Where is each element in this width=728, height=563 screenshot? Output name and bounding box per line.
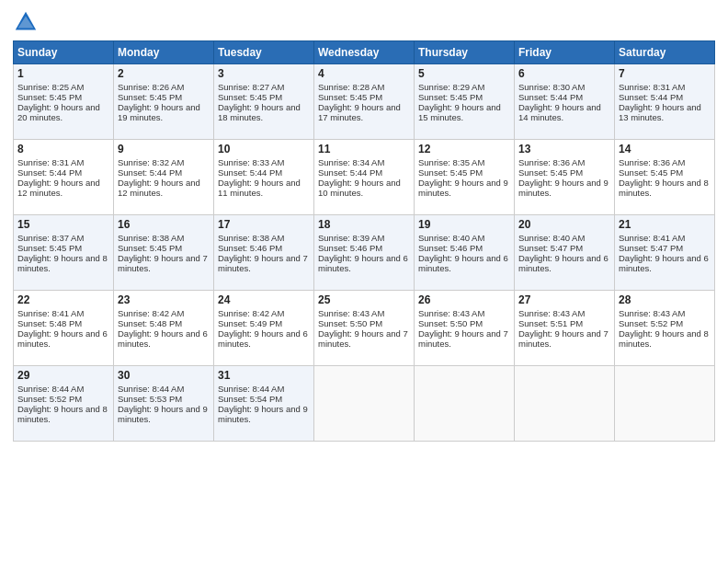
sunset: Sunset: 5:50 PM: [318, 318, 382, 328]
day-number: 27: [518, 293, 610, 306]
calendar-cell: 22 Sunrise: 8:41 AM Sunset: 5:48 PM Dayl…: [14, 291, 114, 366]
day-number: 8: [17, 143, 109, 155]
logo-icon: [13, 9, 39, 35]
calendar-cell: 2 Sunrise: 8:26 AM Sunset: 5:45 PM Dayli…: [114, 64, 214, 140]
calendar-cell: 14 Sunrise: 8:36 AM Sunset: 5:45 PM Dayl…: [615, 140, 715, 215]
daylight: Daylight: 9 hours and 6 minutes.: [518, 253, 609, 273]
calendar-cell: 15 Sunrise: 8:37 AM Sunset: 5:45 PM Dayl…: [14, 215, 114, 291]
daylight: Daylight: 9 hours and 7 minutes.: [318, 328, 408, 349]
sunrise: Sunrise: 8:43 AM: [619, 308, 685, 318]
header-cell-sunday: Sunday: [14, 41, 114, 64]
sunset: Sunset: 5:45 PM: [118, 92, 182, 102]
daylight: Daylight: 9 hours and 9 minutes.: [418, 178, 508, 198]
calendar-cell: 20 Sunrise: 8:40 AM Sunset: 5:47 PM Dayl…: [515, 215, 615, 291]
daylight: Daylight: 9 hours and 7 minutes.: [518, 328, 609, 349]
calendar-cell: [415, 366, 515, 442]
calendar-cell: [615, 366, 715, 442]
sunset: Sunset: 5:45 PM: [619, 167, 683, 178]
daylight: Daylight: 9 hours and 19 minutes.: [118, 102, 200, 122]
daylight: Daylight: 9 hours and 14 minutes.: [518, 102, 601, 122]
calendar-cell: 21 Sunrise: 8:41 AM Sunset: 5:47 PM Dayl…: [615, 215, 715, 291]
sunset: Sunset: 5:50 PM: [418, 318, 483, 328]
calendar-cell: 29 Sunrise: 8:44 AM Sunset: 5:52 PM Dayl…: [14, 366, 114, 442]
calendar-cell: 12 Sunrise: 8:35 AM Sunset: 5:45 PM Dayl…: [415, 140, 515, 215]
daylight: Daylight: 9 hours and 6 minutes.: [17, 328, 108, 349]
sunset: Sunset: 5:49 PM: [218, 318, 282, 328]
calendar-cell: 31 Sunrise: 8:44 AM Sunset: 5:54 PM Dayl…: [214, 366, 314, 442]
header-cell-saturday: Saturday: [615, 41, 715, 64]
page-header: [13, 9, 715, 35]
sunrise: Sunrise: 8:39 AM: [318, 233, 384, 243]
calendar-cell: 8 Sunrise: 8:31 AM Sunset: 5:44 PM Dayli…: [14, 140, 114, 215]
sunrise: Sunrise: 8:31 AM: [619, 82, 685, 92]
header-row: SundayMondayTuesdayWednesdayThursdayFrid…: [14, 41, 715, 64]
daylight: Daylight: 9 hours and 6 minutes.: [418, 253, 508, 273]
sunset: Sunset: 5:53 PM: [118, 394, 182, 404]
calendar-header: SundayMondayTuesdayWednesdayThursdayFrid…: [14, 41, 715, 64]
sunset: Sunset: 5:46 PM: [318, 243, 382, 253]
sunset: Sunset: 5:52 PM: [619, 318, 683, 328]
calendar-table: SundayMondayTuesdayWednesdayThursdayFrid…: [13, 40, 715, 442]
header-cell-tuesday: Tuesday: [214, 41, 314, 64]
calendar-cell: 25 Sunrise: 8:43 AM Sunset: 5:50 PM Dayl…: [314, 291, 415, 366]
sunrise: Sunrise: 8:38 AM: [118, 233, 184, 243]
calendar-cell: 5 Sunrise: 8:29 AM Sunset: 5:45 PM Dayli…: [415, 64, 515, 140]
daylight: Daylight: 9 hours and 8 minutes.: [619, 328, 709, 349]
daylight: Daylight: 9 hours and 9 minutes.: [218, 404, 308, 424]
sunrise: Sunrise: 8:35 AM: [418, 157, 484, 167]
calendar-cell: 24 Sunrise: 8:42 AM Sunset: 5:49 PM Dayl…: [214, 291, 314, 366]
sunset: Sunset: 5:47 PM: [619, 243, 683, 253]
calendar-week-2: 8 Sunrise: 8:31 AM Sunset: 5:44 PM Dayli…: [14, 140, 715, 215]
day-number: 3: [218, 67, 310, 80]
daylight: Daylight: 9 hours and 7 minutes.: [218, 253, 308, 273]
calendar-week-3: 15 Sunrise: 8:37 AM Sunset: 5:45 PM Dayl…: [14, 215, 715, 291]
daylight: Daylight: 9 hours and 7 minutes.: [118, 253, 208, 273]
calendar-cell: 30 Sunrise: 8:44 AM Sunset: 5:53 PM Dayl…: [114, 366, 214, 442]
day-number: 14: [619, 143, 711, 155]
calendar-cell: 9 Sunrise: 8:32 AM Sunset: 5:44 PM Dayli…: [114, 140, 214, 215]
day-number: 21: [619, 218, 711, 231]
sunrise: Sunrise: 8:40 AM: [518, 233, 585, 243]
day-number: 11: [318, 143, 410, 155]
daylight: Daylight: 9 hours and 9 minutes.: [118, 404, 208, 424]
day-number: 18: [318, 218, 410, 231]
sunrise: Sunrise: 8:29 AM: [418, 82, 484, 92]
day-number: 5: [418, 67, 510, 80]
sunset: Sunset: 5:44 PM: [17, 167, 82, 178]
sunset: Sunset: 5:45 PM: [518, 167, 583, 178]
sunrise: Sunrise: 8:36 AM: [518, 157, 585, 167]
calendar-cell: 3 Sunrise: 8:27 AM Sunset: 5:45 PM Dayli…: [214, 64, 314, 140]
sunset: Sunset: 5:44 PM: [318, 167, 382, 178]
calendar-body: 1 Sunrise: 8:25 AM Sunset: 5:45 PM Dayli…: [14, 64, 715, 442]
calendar-cell: 7 Sunrise: 8:31 AM Sunset: 5:44 PM Dayli…: [615, 64, 715, 140]
daylight: Daylight: 9 hours and 8 minutes.: [17, 404, 108, 424]
daylight: Daylight: 9 hours and 6 minutes.: [318, 253, 408, 273]
sunset: Sunset: 5:52 PM: [17, 394, 82, 404]
sunset: Sunset: 5:48 PM: [17, 318, 82, 328]
calendar-cell: [314, 366, 415, 442]
day-number: 22: [17, 293, 109, 306]
sunset: Sunset: 5:46 PM: [218, 243, 282, 253]
sunrise: Sunrise: 8:27 AM: [218, 82, 284, 92]
sunrise: Sunrise: 8:43 AM: [518, 308, 585, 318]
day-number: 17: [218, 218, 310, 231]
sunrise: Sunrise: 8:43 AM: [418, 308, 484, 318]
daylight: Daylight: 9 hours and 8 minutes.: [619, 178, 709, 198]
daylight: Daylight: 9 hours and 17 minutes.: [318, 102, 401, 122]
sunset: Sunset: 5:44 PM: [619, 92, 683, 102]
sunrise: Sunrise: 8:41 AM: [17, 308, 84, 318]
sunset: Sunset: 5:45 PM: [118, 243, 182, 253]
day-number: 29: [17, 369, 109, 382]
day-number: 6: [518, 67, 610, 80]
sunrise: Sunrise: 8:25 AM: [17, 82, 84, 92]
day-number: 31: [218, 369, 310, 382]
calendar-cell: 1 Sunrise: 8:25 AM Sunset: 5:45 PM Dayli…: [14, 64, 114, 140]
daylight: Daylight: 9 hours and 6 minutes.: [218, 328, 308, 349]
daylight: Daylight: 9 hours and 7 minutes.: [418, 328, 508, 349]
calendar-cell: 18 Sunrise: 8:39 AM Sunset: 5:46 PM Dayl…: [314, 215, 415, 291]
calendar-week-1: 1 Sunrise: 8:25 AM Sunset: 5:45 PM Dayli…: [14, 64, 715, 140]
sunrise: Sunrise: 8:41 AM: [619, 233, 685, 243]
sunset: Sunset: 5:46 PM: [418, 243, 483, 253]
day-number: 19: [418, 218, 510, 231]
sunrise: Sunrise: 8:33 AM: [218, 157, 284, 167]
